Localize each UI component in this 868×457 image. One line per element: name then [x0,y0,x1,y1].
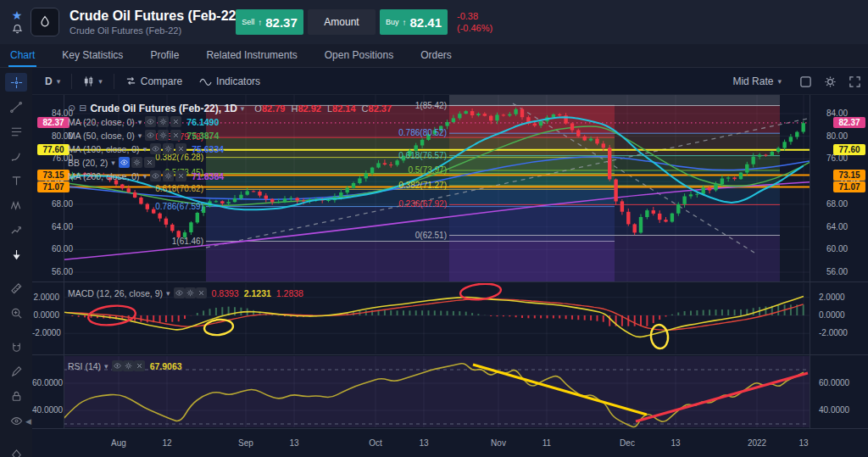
page-title: Crude Oil Futures (Feb-22) [70,8,241,24]
ruler-icon[interactable] [5,279,27,298]
drawing-mode-icon[interactable] [5,362,27,381]
indicator-row: MA (100, close, 0)▾75.6334 [68,142,392,155]
tab-chart[interactable]: Chart [8,44,36,67]
macd-line [64,297,804,337]
interval-selector[interactable]: D▾ [39,72,66,91]
brush-icon[interactable] [5,147,27,165]
candlestick-icon [83,75,94,87]
visibility-toggle-icon[interactable] [150,170,161,181]
daily-change: -0.38 (-0.46%) [457,10,492,34]
indicator-value: 71.8384 [192,171,224,181]
visibility-toggle-icon[interactable] [112,360,123,371]
oil-drop-icon [38,15,52,29]
indicator-settings-icon[interactable] [131,157,142,168]
tab-open-positions[interactable]: Open Positions [323,44,395,67]
snapshot-icon[interactable] [799,75,812,88]
visibility-toggle-icon[interactable] [174,287,185,298]
trend-line-icon[interactable] [5,98,27,116]
star-icon[interactable]: ★ [12,9,23,21]
drawing-toolbar [0,68,32,457]
chart-style-selector[interactable]: ▾ [77,72,108,91]
indicators-wave-icon [199,76,212,86]
up-arrow-icon: ↑ [258,18,262,27]
macd-hist-value: 0.8393 [212,288,239,298]
forecast-icon[interactable] [5,220,27,239]
tab-key-statistics[interactable]: Key Statistics [60,44,125,67]
hide-all-icon[interactable] [5,411,27,430]
remove-indicator-icon[interactable] [175,143,186,154]
arrow-marker-icon[interactable] [5,245,27,264]
buy-price: 82.41 [409,15,442,30]
indicator-value: 75.6334 [192,144,224,154]
up-arrow-icon: ↑ [402,18,406,27]
fullscreen-icon[interactable] [849,75,861,88]
zoom-in-icon[interactable] [5,304,27,322]
visibility-toggle-icon[interactable] [150,143,161,154]
collapse-legend-icon[interactable]: ⊙ [68,103,75,114]
instrument-tabs: ChartKey StatisticsProfileRelated Instru… [0,44,868,68]
rsi-legend: RSI (14)▾ 67.9063 [68,359,182,373]
sell-button[interactable]: Sell ↑ 82.37 [236,9,303,35]
indicator-settings-icon[interactable] [163,143,174,154]
settings-gear-icon[interactable] [824,75,837,88]
indicator-settings-icon[interactable] [185,287,196,298]
tab-orders[interactable]: Orders [419,44,453,67]
chart-panel: D▾ ▾ Compare Indicators Mid Rate▾ [32,68,868,457]
tab-profile[interactable]: Profile [148,44,181,67]
compare-button[interactable]: Compare [120,72,188,91]
indicator-settings-icon[interactable] [163,170,174,181]
fib-retracement-icon[interactable] [5,122,27,141]
indicator-row: MA (200, close, 0)▾71.8384 [68,170,392,182]
chart-toolbar: D▾ ▾ Compare Indicators Mid Rate▾ [32,68,868,95]
remove-indicator-icon[interactable] [170,130,181,141]
remove-indicator-icon[interactable] [170,116,181,127]
buy-button[interactable]: Buy ↑ 82.41 [380,9,448,35]
compare-icon [125,75,136,86]
indicators-button[interactable]: Indicators [193,72,266,91]
macd-value: 2.1231 [244,288,271,298]
trading-app: ★ Crude Oil Futures (Feb-22) Crude Oil F… [0,0,868,457]
visibility-toggle-icon[interactable] [119,157,130,168]
indicator-settings-icon[interactable] [158,130,169,141]
indicator-row: MA (20, close, 0)▾76.1490 [68,115,392,128]
rsi-value: 67.9063 [150,361,182,371]
remove-indicator-icon[interactable] [175,170,186,181]
indicator-row: MA (50, close, 0)▾75.3874 [68,129,392,142]
annotation-ellipse [650,324,670,349]
amount-button[interactable]: Amount [308,9,376,35]
lock-all-icon[interactable] [5,387,27,405]
visibility-toggle-icon[interactable] [145,130,156,141]
scroll-left-handle[interactable]: ◀ [25,417,31,426]
macd-legend: MACD (12, 26, close, 9)▾ 0.8393 2.1231 1… [68,287,303,300]
annotation-ellipse [459,282,502,302]
macd-signal-value: 1.2838 [276,288,303,298]
indicator-value: 76.1490 [186,117,219,127]
remove-indicator-icon[interactable] [196,287,207,298]
symbol-label[interactable]: Crude Oil Futures (Feb-22), 1D [90,103,236,114]
page-subtitle: Crude Oil Futures (Feb-22) [70,25,252,36]
indicator-value: 75.3874 [186,131,219,141]
bell-icon[interactable] [12,24,23,35]
indicator-row: BB (20, 2)▾ [68,156,392,169]
indicator-settings-icon[interactable] [158,116,169,127]
main-legend: ⊙ ⊟ Crude Oil Futures (Feb-22), 1D ▾ O82… [68,102,392,183]
tree-legend-icon[interactable]: ⊟ [79,103,86,114]
visibility-toggle-icon[interactable] [145,116,156,127]
magnet-icon[interactable] [5,337,27,356]
chart-canvas-area: 84.0084.0080.0080.0076.0076.0068.0068.00… [32,95,868,457]
tab-related-instruments[interactable]: Related Instruments [204,44,298,67]
instrument-logo [31,8,59,36]
ohlc-values: O82.79 H82.92 L82.14 C82.37 [254,103,392,114]
object-tree-icon[interactable] [5,445,27,457]
remove-indicator-icon[interactable] [144,157,155,168]
xabcd-pattern-icon[interactable] [5,196,27,215]
indicator-settings-icon[interactable] [123,360,134,371]
text-icon[interactable] [5,171,27,190]
sell-price: 82.37 [265,15,298,30]
instrument-header: ★ Crude Oil Futures (Feb-22) Crude Oil F… [0,0,868,44]
crosshair-icon[interactable] [5,73,27,92]
remove-indicator-icon[interactable] [134,360,145,371]
rate-selector[interactable]: Mid Rate▾ [726,72,787,91]
